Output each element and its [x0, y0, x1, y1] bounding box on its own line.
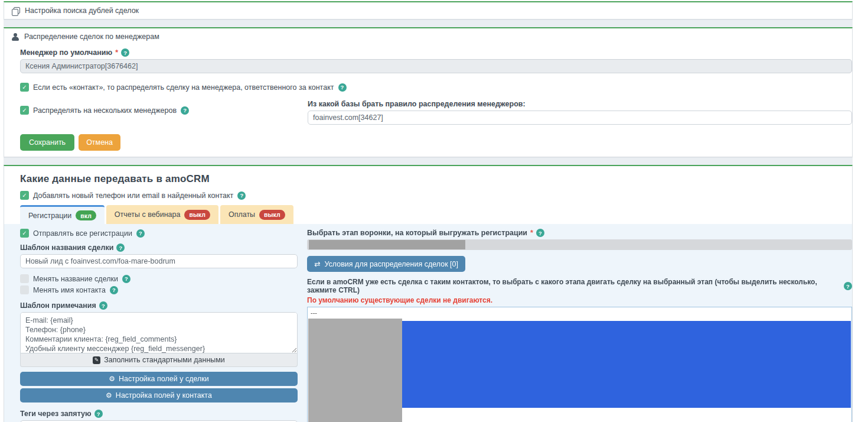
rename-contact-row: Менять имя контакта ?	[20, 285, 298, 294]
distribution-conditions-button[interactable]: ⇄ Условия для распределения сделок [0]	[307, 256, 465, 272]
panel-gap	[4, 20, 853, 27]
help-icon[interactable]: ?	[99, 301, 107, 310]
help-icon[interactable]: ?	[237, 191, 246, 200]
funnel-stage-select[interactable]	[307, 239, 852, 250]
duplicate-search-title: Настройка поиска дублей сделок	[25, 7, 139, 15]
help-icon[interactable]: ?	[94, 410, 103, 418]
fill-standard-button[interactable]: ✎ Заполнить стандартными данными	[20, 353, 298, 367]
status-badge: выкл	[259, 210, 285, 220]
default-manager-label: Менеджер по умолчанию * ?	[20, 48, 852, 57]
contact-rule-row: ✓ Если есть «контакт», то распределять с…	[20, 83, 852, 92]
default-manager-input[interactable]	[20, 59, 852, 73]
rename-deal-row: Менять название сделки ?	[20, 274, 298, 283]
data-type-tabs: Регистрации вкл Отчеты с вебинара выкл О…	[20, 205, 852, 224]
help-icon[interactable]: ?	[844, 282, 852, 290]
panel-duplicate-search: Настройка поиска дублей сделок	[4, 1, 853, 20]
redacted-value	[309, 240, 465, 249]
deal-name-input[interactable]	[20, 254, 298, 268]
tab-registrations[interactable]: Регистрации вкл	[20, 205, 105, 224]
add-contact-label: Добавлять новый телефон или email в найд…	[33, 191, 233, 200]
deal-fields-button[interactable]: ⚙ Настройка полей у сделки	[20, 372, 298, 386]
funnel-stage-label: Выбрать этап воронки, на который выгружа…	[307, 229, 852, 237]
help-icon[interactable]: ?	[110, 286, 118, 294]
add-contact-checkbox[interactable]: ✓	[20, 191, 29, 200]
multi-manager-label: Распределять на нескольких менеджеров	[33, 106, 177, 115]
manager-distribution-header[interactable]: Распределение сделок по менеджерам	[4, 28, 852, 45]
gear-icon: ⚙	[106, 391, 112, 400]
shuffle-icon: ⇄	[314, 259, 320, 268]
gear-icon: ⚙	[109, 375, 115, 383]
required-marker: *	[115, 48, 118, 57]
cancel-button[interactable]: Отмена	[79, 134, 120, 151]
duplicate-search-header[interactable]: Настройка поиска дублей сделок	[4, 2, 852, 19]
panel-manager-distribution: Распределение сделок по менеджерам Менед…	[4, 27, 853, 157]
panel-gap	[4, 157, 853, 165]
move-deal-warning: По умолчанию существующие сделки не двиг…	[307, 296, 852, 304]
help-icon[interactable]: ?	[136, 229, 145, 238]
contact-fields-button[interactable]: ⚙ Настройка полей у контакта	[20, 388, 298, 402]
help-icon[interactable]: ?	[181, 106, 189, 115]
move-deal-label: Если в amoCRM уже есть сделка с таким ко…	[307, 278, 852, 294]
help-icon[interactable]: ?	[121, 48, 129, 57]
status-badge: вкл	[76, 210, 96, 220]
tab-payments[interactable]: Оплаты выкл	[220, 205, 293, 224]
deal-name-label: Шаблон названия сделки ?	[20, 244, 298, 252]
base-rule-label: Из какой базы брать правило распределени…	[308, 100, 852, 108]
status-badge: выкл	[184, 210, 210, 220]
add-contact-row: ✓ Добавлять новый телефон или email в на…	[20, 191, 852, 200]
base-rule-input[interactable]	[308, 111, 852, 125]
rename-contact-label: Менять имя контакта	[33, 286, 106, 294]
registrations-tab-pane: ✓ Отправлять все регистрации ? Шаблон на…	[4, 224, 852, 422]
save-button[interactable]: Сохранить	[20, 134, 74, 151]
rename-deal-label: Менять название сделки	[33, 275, 118, 283]
contact-rule-checkbox[interactable]: ✓	[20, 83, 29, 92]
amocrm-data-title: Какие данные передавать в amoCRM	[20, 173, 852, 185]
manager-distribution-title: Распределение сделок по менеджерам	[24, 33, 159, 41]
required-marker: *	[530, 229, 533, 237]
pencil-icon: ✎	[93, 356, 100, 364]
duplicate-icon	[12, 7, 19, 15]
send-all-row: ✓ Отправлять все регистрации ?	[20, 229, 298, 238]
rename-deal-checkbox[interactable]	[20, 274, 29, 283]
redacted-options	[308, 319, 402, 422]
person-icon	[12, 33, 19, 41]
tab-webinar-reports[interactable]: Отчеты с вебинара выкл	[106, 205, 218, 224]
panel-amocrm-data: Какие данные передавать в amoCRM ✓ Добав…	[4, 165, 853, 422]
send-all-label: Отправлять все регистрации	[33, 229, 132, 238]
help-icon[interactable]: ?	[116, 244, 125, 252]
multi-manager-checkbox[interactable]: ✓	[20, 106, 29, 115]
help-icon[interactable]: ?	[122, 275, 130, 283]
send-all-checkbox[interactable]: ✓	[20, 229, 29, 238]
stage-multiselect[interactable]: ---	[307, 307, 852, 422]
help-icon[interactable]: ?	[338, 83, 347, 92]
multi-manager-row: ✓ Распределять на нескольких менеджеров …	[20, 106, 308, 115]
help-icon[interactable]: ?	[536, 229, 544, 237]
tags-label: Теги через запятую ?	[20, 410, 298, 418]
note-template-textarea[interactable]: E-mail: {email} Телефон: {phone} Коммент…	[20, 312, 298, 353]
stage-option-empty[interactable]: ---	[308, 307, 851, 317]
contact-rule-label: Если есть «контакт», то распределять сде…	[33, 83, 334, 92]
settings-page: Настройка поиска дублей сделок Распредел…	[4, 0, 853, 422]
rename-contact-checkbox[interactable]	[20, 285, 29, 294]
note-template-label: Шаблон примечания ?	[20, 301, 298, 310]
